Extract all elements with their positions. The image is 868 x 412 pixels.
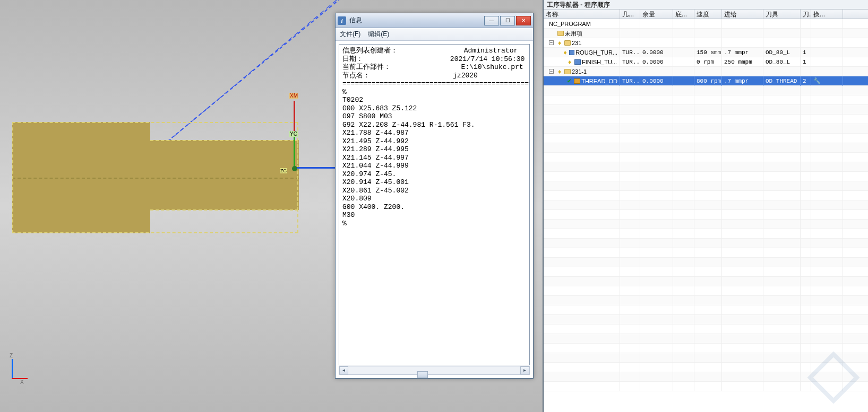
cell-spd [694, 19, 722, 29]
cell-rem: 0.0000 [640, 76, 673, 86]
cell-bot [673, 19, 694, 29]
cell-tool: OD_80_L [763, 48, 801, 57]
part-body-step [150, 140, 299, 210]
col-tool[interactable]: 刀具 [763, 10, 801, 19]
info-titlebar[interactable]: i 信息 — ☐ ✕ [336, 13, 533, 28]
cell-geo: TUR... [620, 48, 640, 57]
xc-axis [295, 167, 337, 169]
row-name-cell[interactable]: −♦231 [544, 38, 620, 48]
col-geometry[interactable]: 几... [620, 10, 640, 19]
h-scrollbar[interactable]: ◄ ► [339, 366, 530, 375]
empty-row [544, 353, 868, 363]
tree-row[interactable]: 未用项 [544, 29, 868, 38]
cell-tool [763, 19, 801, 29]
cell-tool [763, 29, 801, 38]
cell-bot [673, 29, 694, 38]
empty-row [544, 210, 868, 220]
info-window-title: 信息 [349, 16, 484, 25]
cell-geo [620, 29, 640, 38]
row-name-cell[interactable]: ♦ROUGH_TUR... [544, 48, 620, 57]
triad-x-axis [12, 378, 28, 379]
cell-rem [640, 29, 673, 38]
tree-row[interactable]: NC_PROGRAM [544, 19, 868, 29]
csys-origin [292, 166, 297, 171]
info-icon: i [338, 16, 346, 25]
menu-edit[interactable]: 编辑(E) [368, 30, 389, 39]
cell-ch [811, 67, 843, 76]
empty-row [544, 162, 868, 172]
info-text-area[interactable]: 信息列表创建者： Administrator 日期： 2021/7/14 10:… [339, 44, 530, 365]
xm-axis [294, 101, 295, 133]
yc-axis [294, 133, 295, 170]
close-button[interactable]: ✕ [516, 16, 531, 25]
cell-rem: 0.0000 [640, 48, 673, 57]
empty-row [544, 296, 868, 305]
col-bottom[interactable]: 底... [673, 10, 694, 19]
empty-row [544, 143, 868, 153]
empty-row [544, 124, 868, 134]
info-menubar: 文件(F) 编辑(E) [336, 28, 533, 41]
cell-bot [673, 76, 694, 86]
empty-row [544, 363, 868, 372]
col-speed[interactable]: 速度 [694, 10, 722, 19]
empty-row [544, 191, 868, 200]
bulb-icon: ♦ [556, 68, 563, 75]
tree-row[interactable]: −♦231 [544, 38, 868, 48]
tree-row[interactable]: ♦ROUGH_TUR...TUR...0.0000150 smm.7 mmprO… [544, 48, 868, 57]
empty-row [544, 325, 868, 334]
row-name-cell[interactable]: ✔THREAD_OD [544, 76, 620, 86]
navigator-title: 工序导航器 - 程序顺序 [544, 0, 868, 10]
centerline [12, 178, 299, 179]
cell-ch [811, 48, 843, 57]
folder-icon [564, 40, 571, 46]
row-label: 231 [572, 38, 581, 48]
empty-row [544, 153, 868, 162]
row-name-cell[interactable]: −♦231-1 [544, 67, 620, 76]
col-toolnum[interactable]: 刀... [801, 10, 811, 19]
menu-file[interactable]: 文件(F) [340, 30, 360, 39]
col-remaining[interactable]: 余量 [640, 10, 673, 19]
cell-bot [673, 38, 694, 48]
operation-tree[interactable]: NC_PROGRAM未用项−♦231♦ROUGH_TUR...TUR...0.0… [544, 19, 868, 391]
info-window[interactable]: i 信息 — ☐ ✕ 文件(F) 编辑(E) 信息列表创建者： Administ… [335, 13, 534, 379]
row-name-cell[interactable]: ♦FINISH_TU... [544, 57, 620, 67]
tree-row[interactable]: −♦231-1 [544, 67, 868, 76]
cell-feed: .7 mmpr [722, 48, 763, 57]
tree-row[interactable]: ♦FINISH_TU...TUR...0.00000 rpm250 mmpmOD… [544, 57, 868, 67]
triad-x-label: X [20, 379, 24, 385]
col-change[interactable]: 换... [811, 10, 843, 19]
bulb-icon: ♦ [556, 39, 563, 47]
check-icon: ✔ [566, 77, 573, 85]
expand-toggle[interactable]: − [549, 40, 554, 45]
operation-icon [569, 50, 574, 55]
cell-ch [811, 38, 843, 48]
scroll-left-button[interactable]: ◄ [339, 366, 348, 374]
scroll-right-button[interactable]: ► [520, 366, 529, 374]
scroll-thumb[interactable] [417, 371, 428, 378]
blue-dashed-line-1 [0, 0, 337, 142]
triad-z-axis [12, 359, 13, 378]
cell-ch: 🔧 [811, 76, 843, 86]
cell-ch [811, 29, 843, 38]
cell-geo [620, 67, 640, 76]
cell-tn: 1 [801, 57, 811, 67]
empty-row [544, 315, 868, 325]
row-name-cell[interactable]: NC_PROGRAM [544, 19, 620, 29]
col-name[interactable]: 名称 [544, 10, 620, 19]
cell-spd [694, 38, 722, 48]
tree-row[interactable]: ✔THREAD_ODTUR...0.0000800 rpm.7 mmprOD_T… [544, 76, 868, 86]
cell-bot [673, 48, 694, 57]
row-name-cell[interactable]: 未用项 [544, 29, 620, 38]
cell-tn [801, 67, 811, 76]
minimize-button[interactable]: — [484, 16, 499, 25]
empty-row [544, 229, 868, 239]
cell-geo [620, 19, 640, 29]
view-triad[interactable]: Z X [0, 359, 32, 391]
xm-label: XM [289, 93, 298, 99]
expand-toggle[interactable]: − [549, 69, 554, 74]
col-feed[interactable]: 进给 [722, 10, 763, 19]
row-label: FINISH_TU... [582, 57, 617, 67]
cell-tn [801, 19, 811, 29]
row-label: THREAD_OD [581, 76, 617, 86]
maximize-button[interactable]: ☐ [500, 16, 515, 25]
